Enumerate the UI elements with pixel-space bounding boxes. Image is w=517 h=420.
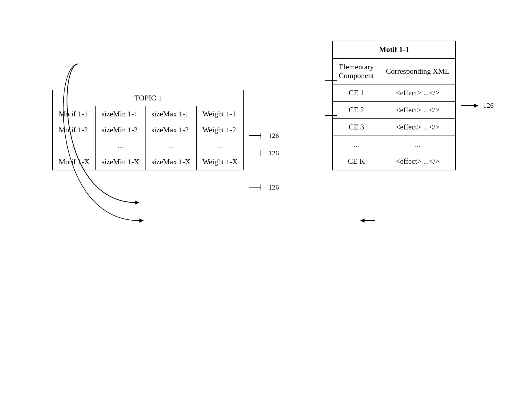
dots-cell: ... — [333, 136, 380, 153]
component-cell: CE 2 — [333, 102, 380, 119]
dots-cell: ... — [96, 138, 146, 154]
motif-table-header: Motif 1-1 — [333, 41, 455, 58]
svg-marker-8 — [360, 219, 365, 223]
sizemax-cell: sizeMax 1-1 — [145, 106, 196, 122]
table-row: Motif 1-1 sizeMin 1-1 sizeMax 1-1 Weight… — [53, 106, 244, 122]
sizemax-cell: sizeMax 1-X — [145, 154, 196, 170]
label-126-rowx: 126 — [268, 183, 279, 191]
col-header-xml: Corresponding XML — [380, 58, 455, 84]
motif-row: CE 1 <effect> ...</> — [333, 84, 455, 102]
svg-marker-17 — [474, 104, 478, 108]
weight-cell: Weight 1-X — [196, 154, 244, 170]
motif-row: CE K <effect> ...</> — [333, 153, 455, 170]
sizemin-cell: sizeMin 1-2 — [96, 122, 146, 138]
col-header-component: ElementaryComponent — [333, 58, 380, 84]
motif-row: CE 2 <effect> ...</> — [333, 102, 455, 119]
table-row: Motif 1-X sizeMin 1-X sizeMax 1-X Weight… — [53, 154, 244, 170]
xml-cell: <effect> ...</> — [380, 84, 455, 102]
motif-row-dots: ... ... — [333, 136, 455, 153]
topic-table: TOPIC 1 Motif 1-1 sizeMin 1-1 sizeMax 1-… — [52, 90, 244, 170]
motif-cell: Motif 1-2 — [53, 122, 96, 138]
component-cell: CE 3 — [333, 119, 380, 136]
xml-cell: <effect> ...</> — [380, 102, 455, 119]
sizemax-cell: sizeMax 1-2 — [145, 122, 196, 138]
dots-cell: ... — [196, 138, 244, 154]
component-cell: CE 1 — [333, 84, 380, 102]
motif-cell: Motif 1-X — [53, 154, 96, 170]
component-cell: CE K — [333, 153, 380, 170]
dots-cell: ... — [53, 138, 96, 154]
motif-row: CE 3 <effect> ...</> — [333, 119, 455, 136]
weight-cell: Weight 1-2 — [196, 122, 244, 138]
xml-cell: <effect> ...</> — [380, 119, 455, 136]
table-row-dots: ... ... ... ... — [53, 138, 244, 154]
motif-table: Motif 1-1 ElementaryComponent Correspond… — [332, 41, 456, 170]
dots-cell: ... — [145, 138, 196, 154]
label-126-row2: 126 — [268, 149, 279, 157]
label-126-row1: 126 — [268, 132, 279, 140]
label-126-motif: 126 — [483, 102, 493, 109]
topic-header: TOPIC 1 — [53, 90, 244, 106]
sizemin-cell: sizeMin 1-1 — [96, 106, 146, 122]
table-row: Motif 1-2 sizeMin 1-2 sizeMax 1-2 Weight… — [53, 122, 244, 138]
xml-cell: <effect> ...</> — [380, 153, 455, 170]
weight-cell: Weight 1-1 — [196, 106, 244, 122]
sizemin-cell: sizeMin 1-X — [96, 154, 146, 170]
svg-marker-6 — [139, 219, 144, 223]
dots-cell: ... — [380, 136, 455, 153]
svg-marker-15 — [135, 201, 139, 205]
motif-cell: Motif 1-1 — [53, 106, 96, 122]
